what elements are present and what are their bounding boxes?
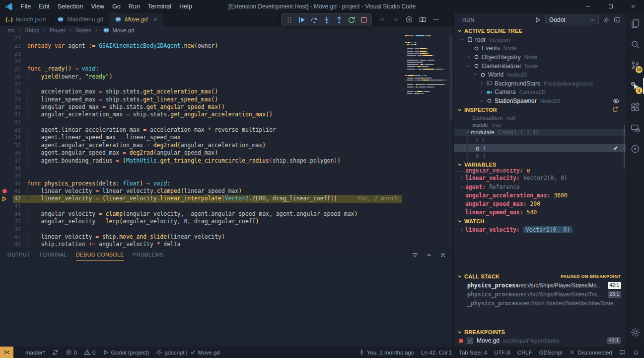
menu-run[interactable]: Run <box>125 0 144 13</box>
tab-launch.json[interactable]: {..}launch.json <box>0 13 52 26</box>
code-line-21[interactable]: 21 <box>0 35 453 42</box>
status-item[interactable]: Tab Size: 4 <box>459 347 487 358</box>
menu-help[interactable]: Help <box>175 0 196 13</box>
scene-node-Camera[interactable]: CameraCamera2D <box>454 88 626 97</box>
inspector-row-r[interactable]: r1 <box>454 136 626 144</box>
code-line-37[interactable]: 37 agent.bounding_radius = (MathUtils.ge… <box>0 157 453 165</box>
restart-button[interactable] <box>345 14 358 25</box>
chevron-down-icon[interactable] <box>459 37 466 42</box>
status-item[interactable]: You, 2 months ago <box>358 347 414 358</box>
code-line-46[interactable]: 46 <box>0 226 453 233</box>
code-line-23[interactable]: 23 <box>0 50 453 58</box>
scene-node-root[interactable]: rootViewport <box>454 35 626 44</box>
scene-node-GameInitializer[interactable]: GameInitializerNode <box>454 62 626 71</box>
inspector-row-CanvasItem[interactable]: CanvasItemnull <box>454 114 626 121</box>
minimize-button[interactable] <box>577 0 599 13</box>
status-item[interactable] <box>0 347 13 358</box>
menu-terminal[interactable]: Terminal <box>144 0 175 13</box>
code-line-47[interactable]: 47 linear_velocity = ship.move_and_slide… <box>0 233 453 241</box>
breadcrumb-item[interactable]: src <box>7 27 15 33</box>
editor-scrollbar[interactable] <box>449 33 453 247</box>
activity-test[interactable] <box>626 138 644 159</box>
close-window-button[interactable] <box>622 0 644 13</box>
code-line-41[interactable]: 41 linear_velocity = linear_velocity.cla… <box>0 187 453 195</box>
breadcrumb-item[interactable]: Player <box>49 27 66 33</box>
section-breakpoints[interactable]: BREAKPOINTS <box>454 328 626 337</box>
code-line-34[interactable]: 34 agent.linear_speed_max = linear_speed… <box>0 134 453 141</box>
more-action-icon[interactable] <box>432 16 439 23</box>
breadcrumb-file[interactable]: Move.gd <box>112 27 134 33</box>
continue-button[interactable] <box>295 14 308 25</box>
code-line-38[interactable]: 38 <box>0 165 453 172</box>
split-action-icon[interactable] <box>419 16 426 23</box>
code-line-36[interactable]: 36 agent.angular_speed_max = deg2rad(ang… <box>0 149 453 157</box>
start-debugging-button[interactable] <box>534 16 541 23</box>
section-inspector[interactable]: INSPECTOR <box>454 105 626 114</box>
breakpoint-checkbox[interactable] <box>467 338 473 344</box>
variable-agent[interactable]: agent:Reference <box>454 182 626 191</box>
runcircle-action-icon[interactable] <box>406 16 413 23</box>
code-line-31[interactable]: 31 angular_acceleration_max = ship.stats… <box>0 111 453 118</box>
code-line-44[interactable]: 44 angular_velocity = clamp(angular_velo… <box>0 210 453 218</box>
status-item[interactable] <box>633 347 639 358</box>
code-line-32[interactable]: 32 <box>0 119 453 126</box>
chevron-right-icon[interactable] <box>478 90 485 94</box>
scene-node-StationSpawner[interactable]: StationSpawnerNode2D <box>454 96 626 105</box>
breakpoint-dot[interactable] <box>2 189 7 193</box>
code-line-40[interactable]: 40func physics_process(delta: float) → v… <box>0 180 453 187</box>
breadcrumb-item[interactable]: States <box>75 27 92 33</box>
variable-linear_velocity[interactable]: linear_velocity:Vector2(0, 0) <box>454 174 626 182</box>
code-line-22[interactable]: 22onready var agent := GSAIKinematicBody… <box>0 42 453 50</box>
status-item[interactable] <box>619 347 626 358</box>
close-panel-icon[interactable] <box>439 252 446 259</box>
code-line-45[interactable]: 45 angular_velocity = lerp(angular_veloc… <box>0 218 453 225</box>
status-item[interactable]: Ln 42, Col 1 <box>421 347 452 358</box>
chevron-right-icon[interactable] <box>478 81 485 86</box>
minimap[interactable] <box>405 33 449 122</box>
status-item[interactable]: Disconnected <box>569 347 612 358</box>
variable-angular_velocity[interactable]: angular_velocity:0 <box>454 169 626 174</box>
inspector-row-b[interactable]: b1 <box>454 152 626 160</box>
scene-node-World[interactable]: WorldNode2D <box>454 70 626 79</box>
scrollbar-thumb[interactable] <box>449 35 453 120</box>
variable-angular_speed_max[interactable]: angular_speed_max:200 <box>454 199 626 208</box>
menu-go[interactable]: Go <box>108 0 125 13</box>
inspector-row-g[interactable]: g1 <box>454 144 626 152</box>
code-line-25[interactable]: 25func _ready() → void: <box>0 65 453 73</box>
stack-frame-_physics_process[interactable]: _physics_processres://src/Libraries/Stat… <box>454 299 626 308</box>
breadcrumb-item[interactable]: Ships <box>25 27 39 33</box>
code-line-35[interactable]: 35 agent.angular_acceleration_max = deg2… <box>0 142 453 149</box>
stack-frame-physics_process[interactable]: physics_processres://src/Ships/Player/St… <box>454 281 626 290</box>
status-item[interactable]: 0 <box>66 347 77 358</box>
activity-extensions[interactable] <box>626 96 644 117</box>
status-item[interactable]: 0 <box>84 347 95 358</box>
watch-linear_velocity[interactable]: linear_velocity:Vector2(0, 0) <box>454 226 626 234</box>
scene-node-Events[interactable]: EventsNode <box>454 44 626 53</box>
section-active-scene-tree[interactable]: ACTIVE SCENE TREE <box>454 26 626 35</box>
status-item[interactable]: CRLF <box>517 347 532 358</box>
activity-scm[interactable]: 10 <box>626 55 644 76</box>
panel-tab-problems[interactable]: PROBLEMS <box>133 249 164 261</box>
section-call-stack[interactable]: CALL STACK PAUSED ON BREAKPOINT <box>454 272 626 281</box>
chevron-right-icon[interactable] <box>458 184 465 189</box>
code-line-39[interactable]: 39 <box>0 172 453 179</box>
code-line-24[interactable]: 24 <box>0 58 453 65</box>
code-line-27[interactable]: 27 <box>0 81 453 88</box>
breakpoint-row-Move.gd[interactable]: Move.gdsrc\Ships\Player\States41:1 <box>454 337 626 345</box>
refresh-icon[interactable] <box>612 106 619 113</box>
status-item[interactable]: master* <box>23 347 45 358</box>
chevron-down-icon[interactable] <box>464 130 471 135</box>
launch-config-dropdown[interactable]: Godot <box>545 15 599 24</box>
tab-Move.gd[interactable]: Move.gd <box>109 13 164 26</box>
stop-button[interactable] <box>358 14 370 25</box>
status-item[interactable]: UTF-8 <box>494 347 510 358</box>
code-line-33[interactable]: 33 agent.linear_acceleration_max = accel… <box>0 126 453 134</box>
gutter-margin[interactable] <box>0 189 9 193</box>
maximize-panel-icon[interactable] <box>426 252 432 259</box>
chevron-right-icon[interactable] <box>458 176 465 180</box>
sidebar-scrollbar[interactable] <box>624 125 625 169</box>
stepout-button[interactable] <box>333 14 345 25</box>
scene-node-ObjectRegistry[interactable]: ObjectRegistryNode <box>454 53 626 62</box>
code-line-29[interactable]: 29 linear_speed_max = ship.stats.get_lin… <box>0 96 453 103</box>
activity-debug[interactable]: 1 <box>626 76 644 96</box>
